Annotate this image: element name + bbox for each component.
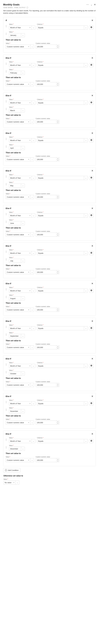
clear-icon[interactable]: × [29, 26, 30, 28]
chevron-down-icon[interactable]: ⌄ [32, 364, 35, 368]
clear-icon[interactable]: × [29, 102, 30, 104]
output-type-select[interactable]: Custom numeric value× ⌄ [6, 195, 34, 199]
numeric-input-wrap[interactable]: ▲ ▼ [36, 345, 59, 349]
settings-button[interactable] [89, 326, 93, 330]
stepper-down-icon[interactable]: ▼ [57, 84, 59, 86]
drag-handle-icon[interactable] [6, 439, 7, 442]
close-icon[interactable]: ✕ [94, 3, 96, 6]
settings-button[interactable] [89, 289, 93, 293]
clear-icon[interactable]: × [27, 459, 29, 461]
chevron-down-icon[interactable]: ⌄ [21, 334, 25, 338]
value-field-select[interactable]: Month of Year× ⌄ [9, 26, 35, 30]
month-select[interactable]: December ⌄ [9, 447, 25, 451]
close-icon[interactable]: ✕ [91, 57, 93, 59]
chevron-down-icon[interactable]: ⌄ [32, 214, 35, 217]
clear-icon[interactable]: × [29, 64, 30, 66]
settings-button[interactable] [89, 101, 93, 105]
numeric-input[interactable] [36, 346, 56, 349]
chevron-down-icon[interactable]: ⌄ [21, 409, 25, 413]
close-icon[interactable]: ✕ [91, 94, 93, 97]
close-icon[interactable]: ✕ [91, 132, 93, 134]
drag-handle-icon[interactable] [6, 401, 7, 404]
drag-handle-icon[interactable] [6, 288, 7, 291]
chevron-down-icon[interactable]: ⌄ [30, 158, 34, 161]
chevron-down-icon[interactable]: ⌄ [30, 308, 34, 312]
chevron-down-icon[interactable]: ⌄ [21, 71, 25, 75]
clear-icon[interactable]: × [12, 482, 14, 484]
value-field-select[interactable]: Month of Year× ⌄ [9, 402, 35, 406]
month-select[interactable]: September ⌄ [9, 334, 25, 338]
criterion-select[interactable]: Equals ⌄ [37, 176, 88, 180]
clear-icon[interactable]: × [27, 234, 29, 236]
clear-icon[interactable]: × [27, 422, 29, 424]
month-select[interactable]: June ⌄ [9, 221, 25, 225]
drag-handle-icon[interactable] [6, 251, 7, 254]
stepper-up-icon[interactable]: ▲ [57, 458, 59, 460]
output-type-select[interactable]: Custom numeric value× ⌄ [6, 44, 34, 48]
criterion-select[interactable]: Equals ⌄ [37, 289, 88, 293]
stepper-down-icon[interactable]: ▼ [57, 272, 59, 274]
drag-handle-icon[interactable] [6, 176, 7, 178]
chevron-down-icon[interactable]: ⌄ [32, 138, 35, 142]
chevron-down-icon[interactable]: ⌄ [84, 101, 88, 104]
chevron-down-icon[interactable]: ⌄ [21, 372, 25, 376]
chevron-down-icon[interactable]: ⌄ [21, 221, 25, 225]
drag-handle-icon[interactable] [6, 63, 7, 66]
clear-icon[interactable]: × [29, 252, 30, 254]
clear-icon[interactable]: × [27, 121, 29, 123]
chevron-down-icon[interactable]: ⌄ [30, 233, 34, 236]
clear-icon[interactable]: × [29, 402, 30, 404]
clear-icon[interactable]: × [29, 327, 30, 329]
drag-handle-icon[interactable] [6, 183, 7, 186]
close-icon[interactable]: ✕ [91, 433, 93, 435]
chevron-down-icon[interactable]: ⌄ [84, 439, 88, 443]
stepper-down-icon[interactable]: ▼ [57, 423, 59, 424]
close-icon[interactable]: ✕ [91, 170, 93, 172]
value-field-select[interactable]: Month of Year× ⌄ [9, 251, 35, 255]
numeric-input-wrap[interactable]: ▲ ▼ [36, 158, 59, 161]
month-select[interactable]: August ⌄ [9, 296, 25, 300]
chevron-down-icon[interactable]: ⌄ [32, 251, 35, 255]
clear-icon[interactable]: × [29, 365, 30, 367]
clear-icon[interactable]: × [27, 46, 29, 48]
month-select[interactable]: April ⌄ [9, 146, 25, 150]
numeric-input[interactable] [36, 82, 56, 86]
output-type-select[interactable]: Custom numeric value× ⌄ [6, 82, 34, 86]
stepper-up-icon[interactable]: ▲ [57, 346, 59, 348]
settings-button[interactable] [89, 176, 93, 180]
chevron-down-icon[interactable]: ⌄ [84, 176, 88, 180]
stepper-down-icon[interactable]: ▼ [57, 460, 59, 462]
month-select[interactable]: January ⌄ [9, 33, 25, 37]
clear-icon[interactable]: × [27, 384, 29, 386]
chevron-down-icon[interactable]: ⌄ [30, 45, 34, 48]
chevron-down-icon[interactable]: ⌄ [21, 447, 25, 450]
output-type-select[interactable]: Custom numeric value× ⌄ [6, 308, 34, 312]
stepper-up-icon[interactable]: ▲ [57, 82, 59, 84]
close-icon[interactable]: ✕ [91, 207, 93, 210]
numeric-input-wrap[interactable]: ▲ ▼ [36, 120, 59, 124]
chevron-down-icon[interactable]: ⌄ [30, 195, 34, 199]
month-select[interactable]: March ⌄ [9, 108, 25, 112]
stepper-up-icon[interactable]: ▲ [57, 120, 59, 122]
output-type-select[interactable]: Custom numeric value× ⌄ [6, 120, 34, 124]
numeric-input[interactable] [36, 233, 56, 236]
numeric-input[interactable] [36, 308, 56, 312]
close-icon[interactable]: ✕ [91, 358, 93, 360]
clear-icon[interactable]: × [29, 214, 30, 216]
numeric-input[interactable] [36, 270, 56, 274]
stepper-down-icon[interactable]: ▼ [57, 348, 59, 349]
stepper-down-icon[interactable]: ▼ [57, 235, 59, 236]
value-field-select[interactable]: Month of Year× ⌄ [9, 439, 35, 443]
chevron-down-icon[interactable]: ⌄ [30, 82, 34, 86]
criterion-select[interactable]: Equals ⌄ [37, 63, 88, 67]
clear-icon[interactable]: × [27, 346, 29, 348]
drag-handle-icon[interactable] [6, 213, 7, 216]
criterion-select[interactable]: Equals ⌄ [37, 26, 88, 30]
chevron-down-icon[interactable]: ⌄ [21, 146, 25, 150]
settings-button[interactable] [89, 251, 93, 255]
chevron-down-icon[interactable]: ⌄ [21, 259, 25, 263]
clear-icon[interactable]: × [27, 309, 29, 311]
stepper-down-icon[interactable]: ▼ [57, 197, 59, 199]
output-type-select[interactable]: Custom numeric value× ⌄ [6, 458, 34, 462]
chevron-down-icon[interactable]: ⌄ [32, 326, 35, 330]
